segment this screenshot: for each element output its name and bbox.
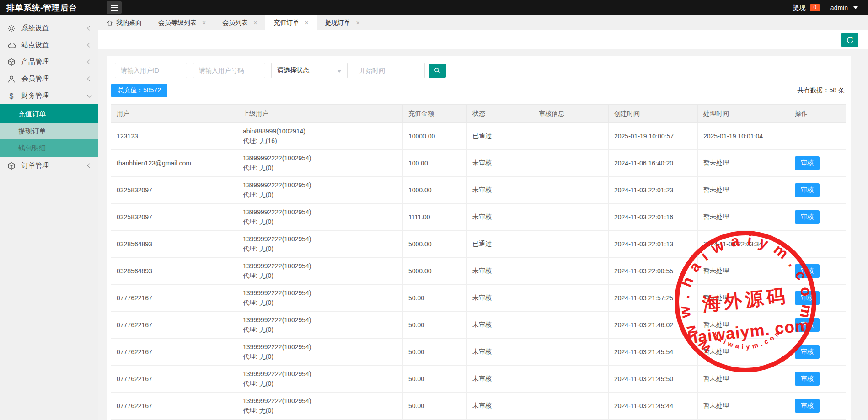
tab-label: 会员等级列表 — [158, 19, 197, 27]
withdraw-count-badge[interactable]: 0 — [810, 4, 820, 11]
cell-user: 0328564893 — [111, 231, 237, 258]
hamburger-menu-icon[interactable] — [107, 1, 122, 14]
cell-user: thanhhien123@gmail.com — [111, 150, 237, 177]
total-count-label: 共有数据：58 条 — [798, 86, 845, 95]
sidebar-item-order-management[interactable]: 订单管理 — [0, 157, 98, 174]
chevron-left-icon — [87, 26, 92, 31]
cell-amount: 50.00 — [403, 393, 467, 420]
cell-status: 未审核 — [467, 339, 533, 366]
withdraw-shortcut[interactable]: 提现 — [793, 4, 806, 12]
sidebar-subitem-label: 钱包明细 — [18, 144, 46, 153]
sidebar-item-finance-management[interactable]: $ 财务管理 — [0, 87, 98, 104]
table-row: 123123abin888999(1002914)代理: 无(16)10000.… — [111, 123, 846, 150]
tab-desktop[interactable]: 我的桌面 — [98, 15, 150, 30]
sidebar-subitem-recharge-orders[interactable]: 充值订单 — [0, 104, 98, 123]
audit-button[interactable]: 审核 — [795, 264, 820, 278]
sidebar-item-label: 站点设置 — [21, 41, 49, 49]
sidebar-item-member-management[interactable]: 会员管理 — [0, 70, 98, 87]
table-row: 032856489313999992222(1002954)代理: 无(0)50… — [111, 231, 846, 258]
admin-app: 排单系统-管理后台 提现 0 admin 系统设置 站点设置 — [0, 0, 868, 420]
cell-parent-user: 13999992222(1002954)代理: 无(0) — [237, 312, 403, 339]
audit-button[interactable]: 审核 — [795, 399, 820, 413]
tab-member-levels[interactable]: 会员等级列表 — [150, 15, 214, 30]
user-id-input[interactable] — [115, 63, 187, 78]
cell-audit-info — [533, 312, 609, 339]
cube-icon — [7, 58, 16, 66]
cell-user: 0777622167 — [111, 393, 237, 420]
cell-amount: 1111.00 — [403, 204, 467, 231]
cell-status: 未审核 — [467, 312, 533, 339]
close-tab-icon[interactable] — [202, 20, 206, 26]
start-time-input[interactable] — [354, 63, 425, 78]
sidebar-item-system-settings[interactable]: 系统设置 — [0, 20, 98, 37]
tab-recharge-orders[interactable]: 充值订单 — [265, 15, 316, 30]
close-tab-icon[interactable] — [305, 20, 308, 26]
cell-processed-time: 暂未处理 — [698, 204, 789, 231]
cell-processed-time: 暂未处理 — [698, 312, 789, 339]
audit-button[interactable]: 审核 — [795, 372, 820, 386]
audit-button[interactable]: 审核 — [795, 210, 820, 224]
svg-text:$: $ — [10, 92, 14, 100]
cell-parent-user: abin888999(1002914)代理: 无(16) — [237, 123, 403, 150]
sidebar-item-site-settings[interactable]: 站点设置 — [0, 37, 98, 53]
cell-actions: 审核 — [789, 366, 846, 393]
cell-actions: 审核 — [789, 285, 846, 312]
cell-processed-time: 暂未处理 — [698, 258, 789, 285]
sidebar-subitem-wallet-details[interactable]: 钱包明细 — [0, 139, 98, 157]
user-phone-input[interactable] — [193, 63, 265, 78]
sidebar-item-label: 财务管理 — [21, 91, 49, 100]
current-user[interactable]: admin — [830, 4, 848, 11]
cell-actions: 审核 — [789, 258, 846, 285]
status-select-value: 请选择状态 — [277, 66, 309, 74]
topbar: 排单系统-管理后台 提现 0 admin — [0, 0, 868, 15]
cell-status: 未审核 — [467, 393, 533, 420]
col-user: 用户 — [111, 105, 237, 123]
sidebar-subitem-label: 提现订单 — [18, 127, 46, 136]
cell-actions: 审核 — [789, 393, 846, 420]
cell-audit-info — [533, 393, 609, 420]
gear-icon — [7, 24, 16, 32]
close-tab-icon[interactable] — [253, 20, 257, 26]
tab-withdraw-orders[interactable]: 提现订单 — [317, 15, 368, 30]
user-menu-caret-icon[interactable] — [853, 6, 858, 9]
cell-audit-info — [533, 339, 609, 366]
cell-created-time: 2024-11-03 21:45:50 — [609, 366, 698, 393]
col-parent-user: 上级用户 — [237, 105, 403, 123]
chevron-left-icon — [87, 43, 92, 48]
refresh-button[interactable] — [841, 33, 858, 47]
audit-button[interactable]: 审核 — [795, 183, 820, 197]
chevron-left-icon — [87, 164, 92, 168]
cell-actions: 审核 — [789, 339, 846, 366]
tab-label: 充值订单 — [273, 19, 299, 27]
cell-audit-info — [533, 150, 609, 177]
cell-created-time: 2024-11-03 22:01:23 — [609, 177, 698, 204]
cell-parent-user: 13999992222(1002954)代理: 无(0) — [237, 231, 403, 258]
audit-button[interactable]: 审核 — [795, 345, 820, 359]
sidebar-subitem-label: 充值订单 — [18, 110, 46, 118]
cell-parent-user: 13999992222(1002954)代理: 无(0) — [237, 285, 403, 312]
cell-user: 0777622167 — [111, 339, 237, 366]
cell-status: 已通过 — [467, 123, 533, 150]
cell-created-time: 2024-11-03 21:46:02 — [609, 312, 698, 339]
audit-button[interactable]: 审核 — [795, 156, 820, 170]
cell-processed-time: 暂未处理 — [698, 366, 789, 393]
sidebar-subitem-withdraw-orders[interactable]: 提现订单 — [0, 123, 98, 139]
home-icon — [107, 20, 113, 26]
audit-button[interactable]: 审核 — [795, 291, 820, 305]
cell-status: 未审核 — [467, 150, 533, 177]
tab-member-list[interactable]: 会员列表 — [214, 15, 265, 30]
status-select[interactable]: 请选择状态 — [271, 63, 348, 78]
toolbar — [98, 30, 868, 49]
recharge-table-body: 123123abin888999(1002914)代理: 无(16)10000.… — [111, 123, 846, 420]
cell-amount: 5000.00 — [403, 258, 467, 285]
search-button[interactable] — [429, 64, 446, 78]
cloud-icon — [7, 41, 16, 49]
cell-processed-time: 暂未处理 — [698, 177, 789, 204]
close-tab-icon[interactable] — [356, 20, 360, 26]
audit-button[interactable]: 审核 — [795, 318, 820, 332]
search-icon — [434, 67, 441, 74]
sidebar-item-product-management[interactable]: 产品管理 — [0, 53, 98, 70]
sidebar-item-label: 产品管理 — [21, 58, 49, 66]
cell-created-time: 2024-11-03 21:45:44 — [609, 393, 698, 420]
cell-audit-info — [533, 204, 609, 231]
